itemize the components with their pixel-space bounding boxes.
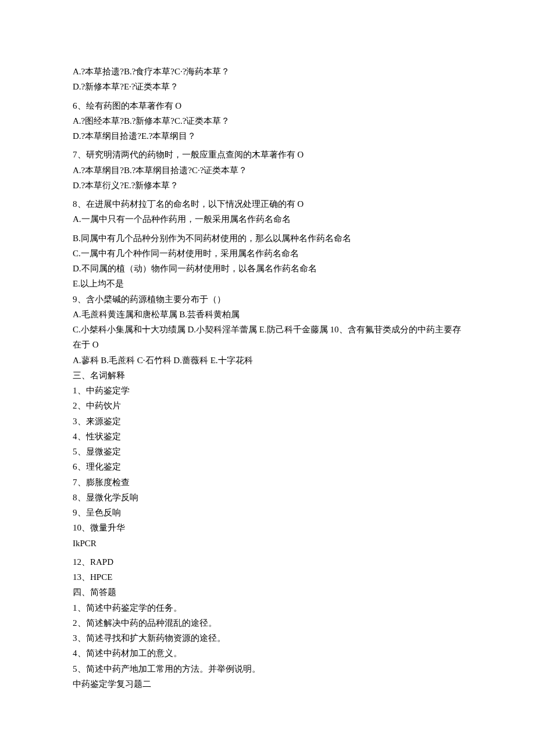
text-line: A.?图经本草?B.?新修本草?C.?证类本草？ (73, 113, 462, 128)
text-line: 2、中药饮片 (73, 398, 462, 413)
document-page: A.?本草拾遗?B.?食疗本草?C·?海药本草？D.?新修本草?E·?证类本草？… (0, 0, 535, 726)
text-line: 四、简答题 (73, 585, 462, 600)
text-line: A.?本草纲目?B.?本草纲目拾遗?C·?证类本草？ (73, 163, 462, 178)
text-line: E.以上均不是 (73, 276, 462, 291)
text-line: A.蓼科 B.毛蔗科 C·石竹科 D.蔷薇科 E.十字花科 (73, 353, 462, 368)
text-line: 13、HPCE (73, 569, 462, 585)
text-line: 10、微量升华 (73, 520, 462, 535)
text-line: 4、简述中药材加工的意义。 (73, 646, 462, 661)
text-line: A.毛蔗科黄连属和唐松草属 B.芸香科黄柏属 (73, 307, 462, 322)
text-line: 3、简述寻找和扩大新药物资源的途径。 (73, 630, 462, 646)
text-line: 1、简述中药鉴定学的任务。 (73, 600, 462, 615)
text-line: IkPCR (73, 536, 462, 551)
text-line: 8、在进展中药材拉丁名的命名时，以下情况处理正确的有 O (73, 196, 462, 212)
text-line: 1、中药鉴定学 (73, 383, 462, 398)
text-line: A.?本草拾遗?B.?食疗本草?C·?海药本草？ (73, 64, 462, 79)
text-line: 6、理化鉴定 (73, 459, 462, 474)
text-line: C.一属中有几个种作同一药材使用时，采用属名作药名命名 (73, 246, 462, 261)
text-line: 2、简述解决中药的品种混乱的途径。 (73, 615, 462, 630)
text-line: 中药鉴定学复习题二 (73, 676, 462, 691)
text-line: 7、膨胀度检查 (73, 475, 462, 490)
text-line: D.?本草衍义?E.?新修本草？ (73, 178, 462, 193)
text-line: 12、RAPD (73, 554, 462, 569)
text-line: 7、研究明清两代的药物时，一般应重点查阅的木草著作有 O (73, 147, 462, 162)
text-line: B.同属中有几个品种分别作为不同药材使用的，那么以属种名作药名命名 (73, 231, 462, 246)
text-line: 三、名词解释 (73, 368, 462, 383)
text-line: D.不同属的植（动）物作同一药材使用时，以各属名作药名命名 (73, 261, 462, 276)
text-line: 8、显微化学反响 (73, 490, 462, 505)
text-line: 6、绘有药图的本草著作有 O (73, 98, 462, 113)
text-line: D.?本草纲目拾遗?E.?本草纲目？ (73, 128, 462, 144)
text-line: A.一属中只有一个品种作药用，一般采用属名作药名命名 (73, 212, 462, 227)
text-line: 5、简述中药产地加工常用的方法。并举例说明。 (73, 661, 462, 676)
text-line: 5、显微鉴定 (73, 444, 462, 459)
text-line: C.小桀科小集属和十大功绩属 D.小契科淫羊蕾属 E.防己科千金藤属 10、含有… (73, 322, 462, 353)
text-line: 4、性状鉴定 (73, 429, 462, 444)
text-line: D.?新修本草?E·?证类本草？ (73, 79, 462, 94)
text-line: 9、呈色反响 (73, 505, 462, 520)
text-line: 3、来源鉴定 (73, 414, 462, 429)
text-line: 9、含小檗碱的药源植物主要分布于（） (73, 292, 462, 307)
